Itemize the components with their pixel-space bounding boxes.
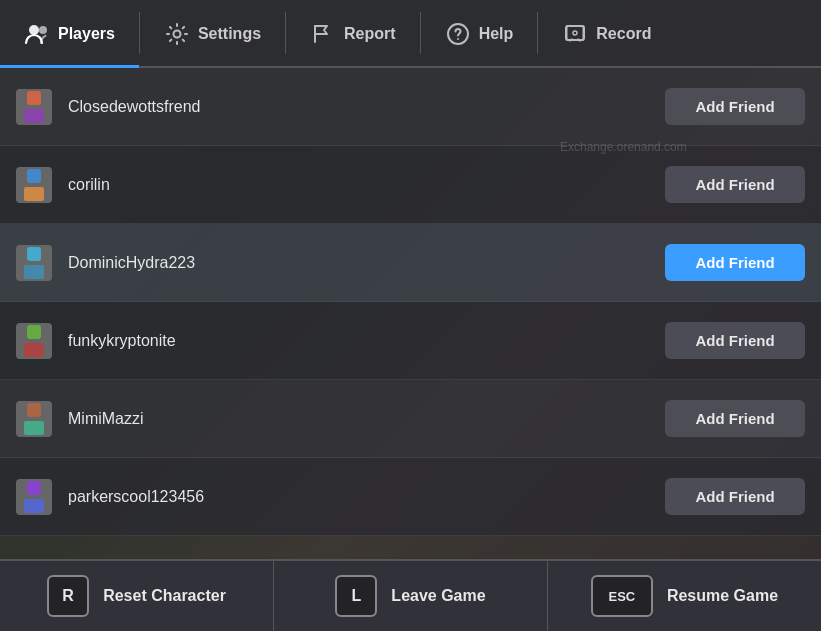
player-name: corilin	[68, 176, 665, 194]
player-name: parkerscool123456	[68, 488, 665, 506]
resume-game-button[interactable]: ESC Resume Game	[548, 561, 821, 631]
resume-key-badge: ESC	[591, 575, 653, 617]
nav-label-record: Record	[596, 25, 651, 43]
svg-rect-6	[566, 26, 584, 40]
avatar-body	[24, 499, 44, 513]
player-row: Closedewottsfrend Add Friend	[0, 68, 821, 146]
add-friend-button[interactable]: Add Friend	[665, 88, 805, 125]
svg-point-0	[29, 25, 39, 35]
record-icon	[562, 21, 588, 47]
avatar-head	[27, 325, 41, 339]
leave-game-button[interactable]: L Leave Game	[274, 561, 548, 631]
leave-key-badge: L	[335, 575, 377, 617]
player-name: Closedewottsfrend	[68, 98, 665, 116]
player-row: funkykryptonite Add Friend	[0, 302, 821, 380]
nav-label-help: Help	[479, 25, 514, 43]
player-row: corilin Add Friend	[0, 146, 821, 224]
avatar-body	[24, 109, 44, 123]
nav-label-settings: Settings	[198, 25, 261, 43]
nav-item-record[interactable]: Record	[538, 2, 675, 68]
svg-rect-8	[582, 25, 584, 41]
nav-item-report[interactable]: Report	[286, 2, 420, 68]
avatar-body	[24, 265, 44, 279]
avatar-figure	[20, 481, 48, 513]
add-friend-button[interactable]: Add Friend	[665, 166, 805, 203]
player-name: funkykryptonite	[68, 332, 665, 350]
avatar-head	[27, 247, 41, 261]
reset-key-badge: R	[47, 575, 89, 617]
player-avatar	[16, 167, 52, 203]
nav-label-report: Report	[344, 25, 396, 43]
bottom-bar: R Reset Character L Leave Game ESC Resum…	[0, 559, 821, 631]
player-name: DominicHydra223	[68, 254, 665, 272]
svg-rect-7	[566, 25, 568, 41]
reset-character-label: Reset Character	[103, 587, 226, 605]
player-row: parkerscool123456 Add Friend	[0, 458, 821, 536]
players-list: Closedewottsfrend Add Friend corilin Add…	[0, 68, 821, 559]
avatar-head	[27, 403, 41, 417]
nav-item-players[interactable]: Players	[0, 2, 139, 68]
svg-point-2	[173, 30, 180, 37]
settings-icon	[164, 21, 190, 47]
nav-label-players: Players	[58, 25, 115, 43]
reset-character-button[interactable]: R Reset Character	[0, 561, 274, 631]
avatar-figure	[20, 403, 48, 435]
navbar: Players Settings Report	[0, 0, 821, 68]
content-area: Closedewottsfrend Add Friend corilin Add…	[0, 68, 821, 559]
avatar-head	[27, 169, 41, 183]
resume-game-label: Resume Game	[667, 587, 778, 605]
player-row: DominicHydra223 Add Friend	[0, 224, 821, 302]
avatar-body	[24, 187, 44, 201]
add-friend-button[interactable]: Add Friend	[665, 244, 805, 281]
add-friend-button[interactable]: Add Friend	[665, 478, 805, 515]
leave-game-label: Leave Game	[391, 587, 485, 605]
avatar-head	[27, 91, 41, 105]
player-avatar	[16, 89, 52, 125]
svg-point-9	[573, 31, 577, 35]
player-avatar	[16, 479, 52, 515]
avatar-body	[24, 343, 44, 357]
player-name: MimiMazzi	[68, 410, 665, 428]
add-friend-button[interactable]: Add Friend	[665, 400, 805, 437]
report-icon	[310, 21, 336, 47]
avatar-figure	[20, 91, 48, 123]
avatar-figure	[20, 325, 48, 357]
svg-point-5	[457, 38, 459, 40]
add-friend-button[interactable]: Add Friend	[665, 322, 805, 359]
player-avatar	[16, 323, 52, 359]
players-icon	[24, 21, 50, 47]
svg-point-1	[39, 26, 47, 34]
player-avatar	[16, 401, 52, 437]
help-icon	[445, 21, 471, 47]
nav-item-settings[interactable]: Settings	[140, 2, 285, 68]
main-panel: Players Settings Report	[0, 0, 821, 631]
avatar-figure	[20, 169, 48, 201]
player-avatar	[16, 245, 52, 281]
avatar-figure	[20, 247, 48, 279]
nav-item-help[interactable]: Help	[421, 2, 538, 68]
player-row: MimiMazzi Add Friend	[0, 380, 821, 458]
avatar-body	[24, 421, 44, 435]
avatar-head	[27, 481, 41, 495]
